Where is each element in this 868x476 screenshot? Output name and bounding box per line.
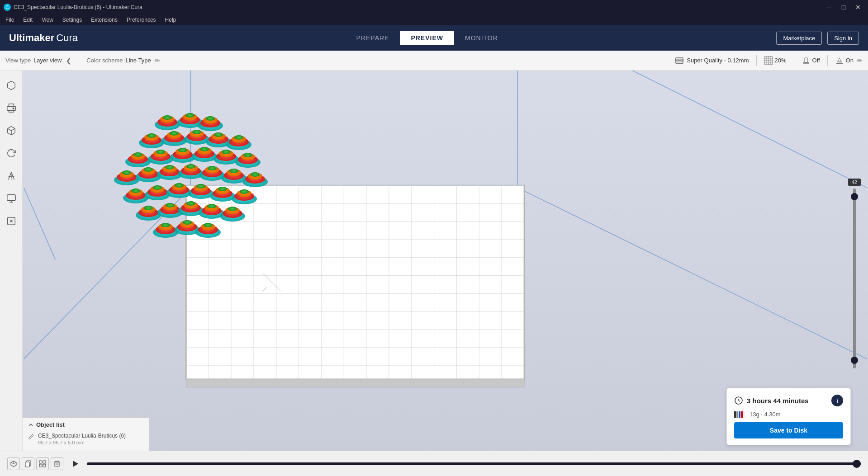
svg-point-121 bbox=[122, 170, 131, 175]
quality-text: Super Quality - 0.12mm bbox=[687, 57, 749, 64]
sidebar-btn-2[interactable] bbox=[4, 100, 19, 116]
svg-rect-207 bbox=[739, 411, 740, 418]
svg-point-193 bbox=[161, 223, 170, 227]
timeline-track[interactable] bbox=[87, 462, 861, 465]
svg-point-146 bbox=[123, 193, 148, 203]
layer-slider-thumb-bottom[interactable] bbox=[851, 357, 858, 364]
infill-section: 20% bbox=[764, 56, 787, 65]
svg-point-165 bbox=[218, 187, 227, 191]
svg-point-67 bbox=[180, 115, 200, 124]
svg-point-164 bbox=[215, 187, 230, 194]
svg-rect-217 bbox=[39, 464, 42, 467]
tab-monitor[interactable]: MONITOR bbox=[454, 31, 509, 45]
svg-point-196 bbox=[180, 221, 194, 228]
marketplace-button[interactable]: Marketplace bbox=[776, 32, 822, 45]
svg-point-119 bbox=[117, 173, 137, 182]
svg-point-168 bbox=[237, 190, 251, 197]
menu-extensions[interactable]: Extensions bbox=[89, 16, 119, 24]
svg-point-134 bbox=[199, 170, 225, 181]
filament-icon bbox=[734, 411, 745, 418]
info-material-row: 13g · 4.30m bbox=[734, 411, 843, 418]
arrange-button[interactable] bbox=[36, 457, 49, 470]
copy-button[interactable] bbox=[22, 457, 34, 470]
sidebar-btn-6[interactable] bbox=[4, 191, 19, 206]
svg-point-118 bbox=[114, 174, 139, 185]
svg-point-183 bbox=[202, 206, 222, 215]
svg-line-212 bbox=[11, 462, 14, 464]
adhesion-icon bbox=[835, 56, 844, 65]
svg-point-200 bbox=[201, 223, 215, 231]
view-type-chevron[interactable]: ❮ bbox=[66, 57, 71, 64]
tab-prepare[interactable]: PREPARE bbox=[346, 31, 400, 45]
svg-point-88 bbox=[211, 133, 226, 140]
menu-view[interactable]: View bbox=[40, 16, 55, 24]
svg-point-125 bbox=[144, 167, 153, 172]
menu-settings[interactable]: Settings bbox=[61, 16, 84, 24]
sidebar-btn-1[interactable] bbox=[4, 78, 19, 93]
nav-tabs: PREPARE PREVIEW MONITOR bbox=[346, 31, 509, 45]
svg-point-83 bbox=[187, 132, 207, 141]
sidebar-btn-4[interactable] bbox=[4, 146, 19, 161]
save-to-disk-button[interactable]: Save to Disk bbox=[734, 422, 843, 438]
minimize-button[interactable]: – bbox=[823, 2, 835, 12]
svg-point-84 bbox=[190, 130, 204, 137]
svg-point-130 bbox=[178, 168, 204, 179]
title-bar: C CE3_Spectacular Luulia-Bruticus (6) - … bbox=[0, 0, 868, 14]
color-scheme-edit-icon[interactable]: ✏ bbox=[155, 57, 160, 64]
svg-point-147 bbox=[126, 191, 146, 200]
signin-button[interactable]: Sign in bbox=[827, 32, 859, 45]
svg-point-104 bbox=[175, 148, 190, 156]
svg-line-58 bbox=[263, 273, 281, 292]
menu-edit[interactable]: Edit bbox=[21, 16, 34, 24]
sidebar-btn-3[interactable] bbox=[4, 123, 19, 138]
svg-point-95 bbox=[128, 155, 148, 164]
view-type-value: Layer view bbox=[33, 57, 62, 64]
clock-icon bbox=[734, 396, 743, 405]
svg-point-131 bbox=[181, 166, 201, 175]
svg-point-62 bbox=[155, 119, 180, 130]
svg-point-113 bbox=[222, 150, 231, 154]
timeline-thumb[interactable] bbox=[853, 460, 861, 468]
svg-point-78 bbox=[161, 135, 187, 146]
svg-line-30 bbox=[24, 188, 56, 259]
menu-file[interactable]: File bbox=[4, 16, 16, 24]
svg-point-154 bbox=[166, 187, 192, 198]
svg-point-69 bbox=[185, 113, 194, 118]
layer-slider-track[interactable] bbox=[853, 189, 856, 368]
logo-light: Cura bbox=[56, 32, 78, 44]
svg-point-162 bbox=[210, 191, 235, 202]
close-button[interactable]: ✕ bbox=[852, 2, 864, 12]
svg-point-175 bbox=[160, 205, 180, 214]
svg-point-105 bbox=[178, 148, 187, 152]
tab-preview[interactable]: PREVIEW bbox=[400, 31, 454, 45]
color-scheme-section: Color scheme Line Type bbox=[86, 57, 151, 64]
svg-point-151 bbox=[147, 188, 167, 197]
play-button[interactable] bbox=[68, 457, 82, 471]
header-nav: Ultimaker Cura PREPARE PREVIEW MONITOR M… bbox=[0, 25, 868, 51]
infill-icon bbox=[764, 56, 773, 65]
layer-slider-thumb-top[interactable] bbox=[851, 193, 858, 200]
maximize-button[interactable]: □ bbox=[837, 2, 850, 12]
sidebar-btn-7[interactable] bbox=[4, 213, 19, 229]
svg-point-109 bbox=[200, 147, 209, 151]
svg-point-199 bbox=[198, 225, 218, 234]
settings-edit-icon[interactable]: ✏ bbox=[857, 57, 863, 64]
cube-button[interactable] bbox=[7, 457, 20, 470]
svg-point-87 bbox=[209, 135, 228, 144]
menu-help[interactable]: Help bbox=[163, 16, 178, 24]
svg-point-112 bbox=[219, 150, 233, 157]
view-type-section: View type Layer view ❮ bbox=[5, 57, 71, 64]
menu-preferences[interactable]: Preferences bbox=[125, 16, 158, 24]
toolbar: View type Layer view ❮ Color scheme Line… bbox=[0, 51, 868, 71]
svg-point-170 bbox=[136, 210, 161, 221]
layer-number-label: 42 bbox=[848, 179, 861, 186]
window-controls[interactable]: – □ ✕ bbox=[823, 2, 864, 12]
svg-point-167 bbox=[234, 192, 254, 201]
object-item-details: CE3_Spectacular Luulia-Bruticus (6) 95.7… bbox=[38, 433, 126, 445]
left-sidebar bbox=[0, 71, 23, 476]
sidebar-btn-5[interactable] bbox=[4, 168, 19, 184]
delete-button[interactable] bbox=[51, 457, 63, 470]
info-detail-button[interactable]: i bbox=[831, 395, 843, 406]
pencil-icon bbox=[28, 434, 34, 440]
svg-point-93 bbox=[234, 135, 243, 140]
